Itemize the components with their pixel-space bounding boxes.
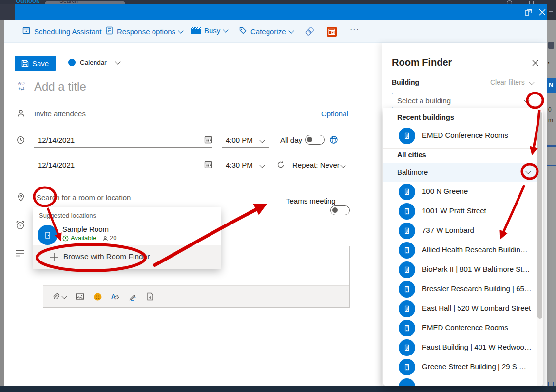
building-icon [399,184,415,200]
building-item[interactable]: Faust Building | 401 W Redwood Street [383,338,537,357]
show-as-busy-button[interactable]: Busy [191,26,228,35]
close-room-finder-icon[interactable] [532,59,539,69]
building-select[interactable]: Select a building [392,93,533,108]
building-name: EMED Conference Rooms [422,323,508,332]
scheduling-assistant-button[interactable]: Scheduling Assistant [22,26,101,36]
building-name: 1001 W Pratt Street [422,206,486,215]
location-text-caret [35,192,35,202]
addin-button[interactable] [327,27,337,37]
building-item[interactable]: Allied Health Research Building | 100 ..… [383,241,537,260]
insert-image-button[interactable] [74,290,86,303]
start-time-input[interactable]: 4:00 PM [226,136,253,144]
all-day-label: All day [280,136,302,144]
building-name: Bressler Research Building | 655 W Bal..… [422,284,532,293]
categorize-button[interactable]: Categorize [239,26,293,36]
screenshot-root: Outlook Search , N 0 m Sc [0,0,556,392]
teams-meeting-label: Teams meeting [286,197,336,205]
building-name: BioPark II | 801 W Baltimore Street [422,265,532,273]
building-item[interactable]: 100 N Greene [383,182,537,202]
chevron-down-icon [223,27,229,32]
start-date-calendar-icon[interactable] [204,135,212,146]
clear-filters-button[interactable]: Clear filters [490,78,525,86]
more-options-button[interactable]: ··· [350,25,359,34]
location-search-input[interactable]: Search for a room or location [37,193,131,202]
backdrop-left-notch [0,4,15,20]
browse-room-finder-item[interactable]: Browse with Room Finder [33,245,221,269]
backdrop-bottom-icon [548,382,554,386]
start-date-input[interactable]: 12/14/2021 [38,136,75,144]
end-time-chevron-icon[interactable] [259,162,265,168]
building-item[interactable]: EMED Conference Rooms [383,318,537,338]
building-item[interactable]: East Hall | 520 W Lombard Street [383,299,537,318]
calendar-color-dot [68,59,76,66]
dropdown-scrollbar-thumb[interactable] [537,112,542,319]
building-item[interactable]: Bressler Research Building | 655 W Bal..… [383,280,537,299]
building-name: Faust Building | 401 W Redwood Street [422,343,532,351]
timezone-globe-icon[interactable] [329,135,338,146]
building-item[interactable]: 737 W Lombard [383,221,537,241]
more-options-label: ··· [350,25,359,34]
building-name: East Hall | 520 W Lombard Street [422,304,531,312]
end-date-calendar-icon[interactable] [204,160,212,170]
dropdown-divider [383,148,537,149]
building-select-chevron-icon[interactable] [524,97,529,103]
recent-building-name: EMED Conference Rooms [422,131,508,139]
city-name: Baltimore [397,168,428,176]
response-options-label: Response options [117,27,175,36]
backdrop-right-strip: , N 0 m [547,20,556,386]
repeat-refresh-icon [276,160,285,171]
all-day-toggle[interactable] [305,135,325,145]
end-time-underline [222,172,269,172]
event-emoji-picker-icon[interactable]: ⊘♡+⇄ [16,81,27,93]
end-time-input[interactable]: 4:30 PM [226,161,253,169]
optional-attendees-link[interactable]: Optional [321,110,348,118]
recent-building-item[interactable]: EMED Conference Rooms [383,126,537,146]
building-name: 737 W Lombard [422,226,474,234]
city-group-baltimore[interactable]: Baltimore [383,163,537,182]
calendar-selector[interactable]: Calendar [68,59,120,66]
format-text-button[interactable]: A [109,290,121,303]
building-item[interactable]: BioPark II | 801 W Baltimore Street [383,260,537,280]
response-options-button[interactable]: Response options [105,26,183,36]
building-item[interactable]: Greene Street Building | 29 S Greene ... [383,357,537,377]
building-icon [399,320,415,336]
attach-file-button[interactable] [49,290,69,303]
chevron-down-icon [178,28,183,33]
shapes-button[interactable] [305,27,315,38]
all-cities-header: All cities [397,151,426,159]
busy-status-icon [191,27,201,34]
insert-emoji-button[interactable] [91,290,104,303]
collapse-filters-chevron-icon[interactable] [529,79,534,85]
building-icon [399,242,415,259]
toggle-knob [332,207,338,213]
building-item[interactable]: 1001 W Pratt Street [383,202,537,221]
building-dropdown: Recent buildings EMED Conference Rooms A… [383,108,543,386]
backdrop-fragment-m: m [548,117,553,124]
building-icon [399,359,415,375]
end-date-input[interactable]: 12/14/2021 [38,161,75,169]
suggested-locations-header: Suggested locations [39,212,96,219]
capacity-person-icon [102,235,108,243]
editor-toolbar: A [43,285,349,307]
suggested-room-item[interactable]: Sample Room Available 20 [33,224,221,245]
popout-icon[interactable] [524,8,532,16]
backdrop-bottom-strip [0,386,556,392]
building-name: Greene Street Building | 29 S Greene ... [422,362,532,371]
backdrop-app-name: Outlook [16,0,39,4]
building-name: Allied Health Research Building | 100 ..… [422,245,532,254]
repeat-chevron-icon[interactable] [340,162,345,168]
draw-pen-button[interactable] [126,290,139,303]
backdrop-fragment-n: N [549,81,553,89]
close-window-icon[interactable] [538,8,546,16]
start-time-chevron-icon[interactable] [259,137,265,143]
city-expand-chevron-icon[interactable] [525,168,531,174]
event-window-titlebar [15,4,547,20]
save-button[interactable]: Save [15,56,56,71]
invite-attendees-input[interactable]: Invite attendees [34,110,86,118]
insert-document-button[interactable] [144,290,156,303]
room-capacity: 20 [110,234,116,242]
chevron-down-icon [61,293,67,299]
title-input[interactable]: Add a title [34,80,86,93]
repeat-selector[interactable]: Repeat: Never [292,161,340,169]
building-item-partial[interactable] [383,377,537,386]
